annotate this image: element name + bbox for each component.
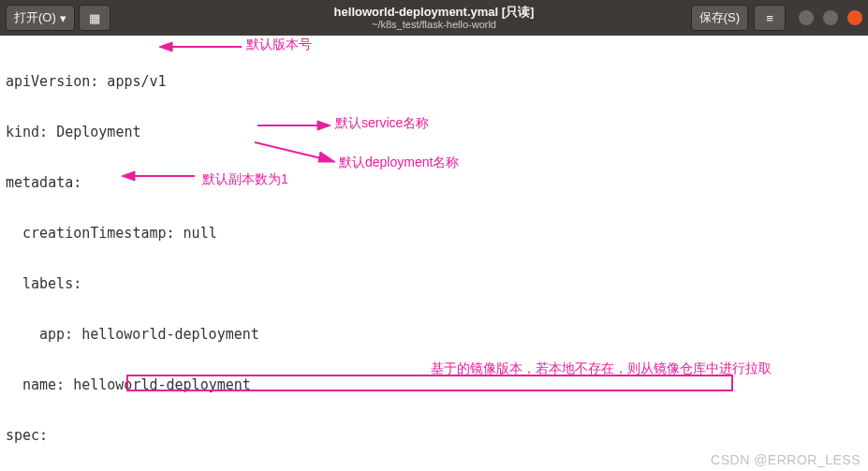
new-tab-icon: ▦	[89, 11, 100, 25]
editor-area[interactable]: apiVersion: apps/v1 kind: Deployment met…	[0, 36, 868, 471]
annotation-text: 默认deployment名称	[339, 154, 459, 170]
save-button-label: 保存(S)	[699, 9, 740, 26]
hamburger-menu-button[interactable]: ≡	[754, 5, 786, 31]
document-title: helloworld-deployment.ymal [只读]	[334, 5, 535, 20]
code-line: apiVersion: apps/v1	[6, 73, 868, 90]
open-button[interactable]: 打开(O) ▾	[6, 5, 75, 31]
maximize-button[interactable]	[823, 10, 838, 25]
code-line: kind: Deployment	[6, 124, 868, 140]
watermark: CSDN @ERROR_LESS	[711, 452, 861, 467]
code-line: metadata:	[6, 174, 868, 191]
arrow-icon	[255, 139, 339, 167]
open-button-label: 打开(O)	[14, 9, 56, 26]
chevron-down-icon: ▾	[60, 11, 66, 25]
svg-marker-5	[318, 152, 335, 162]
hamburger-icon: ≡	[766, 11, 773, 25]
svg-marker-1	[159, 42, 172, 52]
titlebar-right: 保存(S) ≡	[691, 5, 862, 31]
code-line: creationTimestamp: null	[6, 225, 868, 242]
arrow-icon	[159, 39, 243, 54]
new-tab-button[interactable]: ▦	[79, 5, 110, 31]
svg-line-4	[255, 142, 325, 159]
code-line: spec:	[6, 427, 868, 444]
window-controls	[799, 10, 862, 25]
document-path: ~/k8s_test/flask-hello-world	[334, 19, 535, 31]
title-area: helloworld-deployment.ymal [只读] ~/k8s_te…	[334, 5, 535, 32]
close-button[interactable]	[847, 10, 862, 25]
code-line: app: helloworld-deployment	[6, 326, 868, 343]
annotation-text: 基于的镜像版本，若本地不存在，则从镜像仓库中进行拉取	[431, 360, 772, 376]
code-line: name: helloworld-deployment	[6, 376, 868, 393]
minimize-button[interactable]	[799, 10, 814, 25]
annotation-layer: 默认版本号 默认service名称 默认deployment名称 默认副本数为1…	[0, 36, 868, 471]
save-button[interactable]: 保存(S)	[691, 5, 748, 31]
titlebar: 打开(O) ▾ ▦ helloworld-deployment.ymal [只读…	[0, 0, 868, 36]
annotation-text: 默认版本号	[246, 36, 312, 52]
code-line: labels:	[6, 275, 868, 292]
